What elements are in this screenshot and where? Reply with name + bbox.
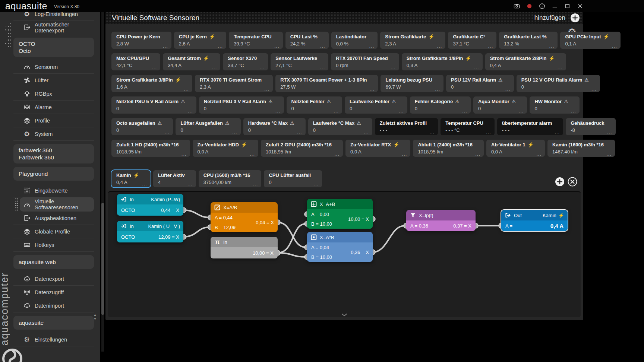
sensor-tile[interactable]: Temperatur CPU39,9 °C... xyxy=(229,32,283,49)
sensor-tile[interactable]: Leistung bezug PSU69,7 W... xyxy=(381,75,443,92)
sensor-tile[interactable]: Octo ausgefallen⚠0... xyxy=(111,118,173,135)
sensor-tile[interactable]: Gesamt Strom⚡34,4 A... xyxy=(163,53,220,70)
tile-more[interactable]: ... xyxy=(536,152,542,156)
tile-more[interactable]: ... xyxy=(364,130,369,135)
tile-more[interactable]: ... xyxy=(519,108,524,113)
sensor-tile[interactable]: CPU je Kern⚡2,6 A... xyxy=(174,32,226,49)
sensor-tile[interactable]: Netzteil PSU 5 V Rail Alarm⚠0... xyxy=(111,96,196,114)
sensor-tile[interactable]: Netzteil PSU 3 V Rail Alarm⚠0... xyxy=(199,96,284,114)
tile-more[interactable]: ... xyxy=(571,108,576,113)
close-icon[interactable] xyxy=(577,3,584,10)
sidebar-group-aquasuite-web[interactable]: aquasuite web xyxy=(13,255,94,269)
tile-more[interactable]: ... xyxy=(334,152,340,156)
sidebar-group-playground[interactable]: Playground xyxy=(13,167,94,181)
tile-more[interactable]: ... xyxy=(399,108,404,113)
sidebar-group-farbwerk-360[interactable]: farbwerk 360Farbwerk 360 xyxy=(13,144,94,163)
sensor-tile[interactable]: Aqua Monitor⚠0... xyxy=(473,96,527,114)
tile-more[interactable]: ... xyxy=(275,108,281,113)
scroll-down-icon[interactable] xyxy=(341,314,347,317)
tile-more[interactable]: ... xyxy=(437,44,442,48)
sensor-tile[interactable]: Strom Grafikkarte⚡2,3 A... xyxy=(380,32,445,49)
camera-icon[interactable] xyxy=(513,3,520,10)
sensor-tile[interactable]: RTX 3070 TI Gesamt Power + 1-3 8PIn27,5 … xyxy=(275,75,378,92)
sidebar-item-einstellungen[interactable]: ⚙Einstellungen xyxy=(13,333,94,346)
tile-more[interactable]: ... xyxy=(462,108,467,113)
tile-more[interactable]: ... xyxy=(488,44,493,48)
sensor-tile[interactable]: Netzteil Fehler⚠0... xyxy=(287,96,342,114)
sidebar-item-system[interactable]: ⚙System xyxy=(13,127,94,141)
sensor-tile[interactable]: Abluft 1 (2400) m3/h *161018,95 l/m... xyxy=(413,140,484,157)
tile-more[interactable]: ... xyxy=(165,130,170,135)
sensor-tile[interactable]: Zu-Ventilator RTX⚡0,0 A... xyxy=(345,140,410,157)
tile-more[interactable]: ... xyxy=(218,44,223,48)
sensor-tile[interactable]: Strom Grafikkarte 3/8Pin⚡1,6 A... xyxy=(111,75,192,92)
sensor-tile[interactable]: Grafikkarte C°37,1 °C... xyxy=(448,32,496,49)
flow-node-out[interactable]: OutKamin⚡A =0,4 A xyxy=(501,210,568,231)
tile-more[interactable]: ... xyxy=(486,130,491,135)
tile-more[interactable]: ... xyxy=(612,44,617,48)
tile-more[interactable]: ... xyxy=(184,87,189,92)
sensor-tile[interactable]: Strom Grafikkarte 1/8Pin⚡0,3 A... xyxy=(402,53,483,70)
sensor-tile[interactable]: Temperatur CPU- - - °C... xyxy=(441,118,495,135)
flow-node-pi[interactable]: πIn10,00 = X xyxy=(211,237,278,258)
tile-more[interactable]: ... xyxy=(142,182,147,187)
sidebar-item-alarme[interactable]: Alarme xyxy=(13,101,94,114)
tile-more[interactable]: ... xyxy=(549,44,555,48)
info-icon[interactable] xyxy=(539,3,546,10)
tile-more[interactable]: ... xyxy=(474,65,479,70)
flow-add-button[interactable] xyxy=(555,177,565,187)
sidebar-item-datenzugriff[interactable]: Datenzugriff xyxy=(13,286,94,299)
flow-node-filter[interactable]: X=lp(t)A = 0,360,37 = X xyxy=(406,210,476,231)
sensor-tile[interactable]: Fehler Kategorie⚠0... xyxy=(410,96,471,114)
sidebar-item-hotkeys[interactable]: Hotkeys xyxy=(13,238,94,252)
tile-more[interactable]: ... xyxy=(391,65,396,70)
sensor-tile[interactable]: PSU 12 V GPU Rails Alarm⚠0... xyxy=(517,75,600,92)
sidebar-item-l-fter[interactable]: Lüfter xyxy=(13,74,94,87)
tile-more[interactable]: ... xyxy=(591,87,597,92)
sidebar-item-virtuelle-softwaresensoren[interactable]: Virtuelle Softwaresensoren xyxy=(20,197,94,212)
sensor-tile[interactable]: Lastindikator0,0 %... xyxy=(331,32,378,49)
tile-more[interactable]: ... xyxy=(297,130,302,135)
tile-more[interactable]: ... xyxy=(429,130,435,135)
sidebar-item-rgbpx[interactable]: RGBpx xyxy=(13,87,94,101)
record-icon[interactable] xyxy=(526,3,533,10)
sensor-tile[interactable]: GPU PCIe Input⚡0,1 A... xyxy=(560,32,620,49)
tile-more[interactable]: ... xyxy=(188,108,193,113)
flow-node-div[interactable]: X=A/BA = 0,44B = 12,090,04 = X xyxy=(211,202,278,232)
sidebar-item-sensoren[interactable]: Sensoren xyxy=(13,60,94,74)
sensor-tile[interactable]: Kamin⚡0,4 A... xyxy=(111,170,151,187)
flow-close-button[interactable] xyxy=(568,177,577,187)
sensor-tile[interactable]: RTX 3070TI Fan Speed0 rpm... xyxy=(331,53,399,70)
sensor-tile[interactable]: Hardware °C Max⚠0... xyxy=(243,118,306,135)
flow-node-add[interactable]: X=A+BA = 0,00B = 10,0010,00 = X xyxy=(307,199,373,229)
sidebar-scrollbar-thumb[interactable] xyxy=(101,203,104,315)
tile-more[interactable]: ... xyxy=(555,130,560,135)
sensor-tile[interactable]: CPU Lüfter ausfall0... xyxy=(264,170,322,187)
sidebar-group-aquasuite[interactable]: aquasuite xyxy=(13,316,94,330)
tile-more[interactable]: ... xyxy=(232,130,237,135)
sensor-tile[interactable]: übertemperatur alarm- - -... xyxy=(497,118,563,135)
tile-more[interactable]: ... xyxy=(259,65,265,70)
sidebar-item-datenexport[interactable]: Datenexport xyxy=(13,272,94,286)
sensor-tile[interactable]: CPU Power je Kern2,8 W... xyxy=(111,32,171,49)
sensor-tile[interactable]: Lüfter Ausgefallen⚠0... xyxy=(176,118,240,135)
tile-more[interactable]: ... xyxy=(253,182,258,187)
sidebar-group-octo[interactable]: OCTOOcto xyxy=(13,38,94,57)
tile-more[interactable]: ... xyxy=(334,108,339,113)
tile-more[interactable]: ... xyxy=(212,65,217,70)
tile-more[interactable]: ... xyxy=(558,65,563,70)
sidebar-item-datenimport[interactable]: Datenimport xyxy=(13,299,94,312)
tile-more[interactable]: ... xyxy=(274,44,280,48)
sensor-tile[interactable]: RTX 3070 TI Gesamt Strom2,3 A... xyxy=(195,75,273,92)
sidebar-item-globale-profile[interactable]: Globale Profile xyxy=(13,225,94,238)
tile-more[interactable]: ... xyxy=(505,87,511,92)
tile-more[interactable]: ... xyxy=(370,87,375,92)
sidebar-item-automatischer-datenexport[interactable]: Automatischer Datenexport xyxy=(13,21,94,34)
tile-more[interactable]: ... xyxy=(607,130,612,135)
tile-more[interactable]: ... xyxy=(402,152,407,156)
maximize-icon[interactable] xyxy=(564,3,571,10)
sensor-tile[interactable]: Ab-Ventilator 1⚡0,0 A... xyxy=(486,140,545,157)
sidebar-item-log-einstellungen[interactable]: ⚙Log-Einstellungen xyxy=(13,12,94,21)
sensor-tile[interactable]: Zuluft 1 HD (2400) m3/h *161018,95 l/m..… xyxy=(111,140,190,157)
sensor-tile[interactable]: HW Monitor⚠0... xyxy=(530,96,580,114)
